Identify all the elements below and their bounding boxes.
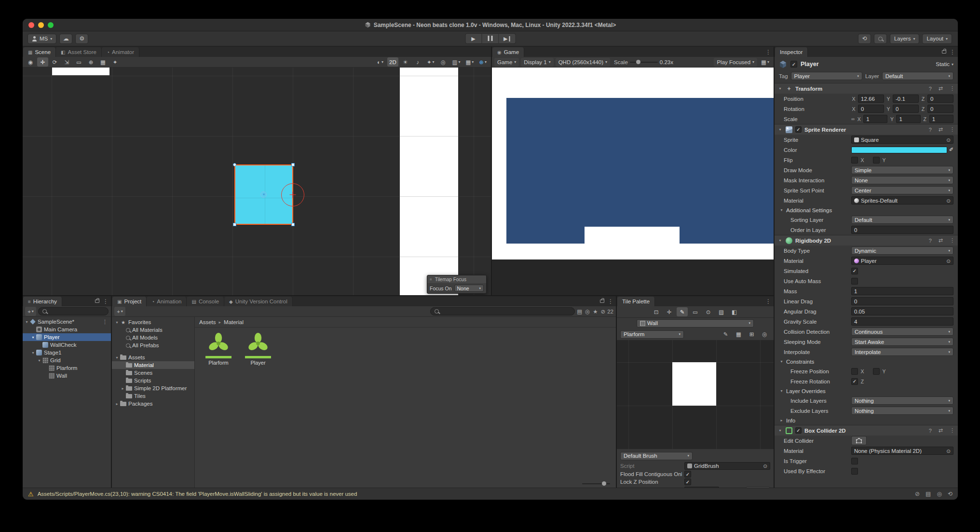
more-menu-icon[interactable]: ⋮ <box>950 237 955 244</box>
hierarchy-item-stage1[interactable]: ▾Stage1 <box>23 349 111 356</box>
project-folder-scripts[interactable]: Scripts <box>112 377 194 384</box>
expand-arrow-icon[interactable]: ▾ <box>114 320 120 325</box>
expand-arrow-icon[interactable]: ▾ <box>30 351 36 355</box>
project-folder-favorites[interactable]: ▾★Favorites <box>112 318 194 326</box>
dropdown-collision-detection[interactable]: Continuous▾ <box>851 327 953 336</box>
foldout-constraints[interactable]: ▾Constraints <box>775 357 958 366</box>
help-icon[interactable]: ? <box>929 428 932 434</box>
object-picker-icon[interactable]: ⊙ <box>946 198 951 204</box>
gameobject-name[interactable]: Player <box>801 61 819 68</box>
gameobject-active-checkbox[interactable]: ✓ <box>790 61 797 68</box>
panel-menu-icon[interactable]: ⋮ <box>608 298 613 305</box>
foldout-arrow-icon[interactable]: ▾ <box>777 428 783 433</box>
project-folder-all-prefabs[interactable]: All Prefabs <box>112 341 194 349</box>
game-view-dropdown[interactable]: Game▾ <box>494 58 519 67</box>
gizmos-toggle-icon[interactable]: ⊞ <box>746 330 757 339</box>
select-tool[interactable]: ⊡ <box>651 307 662 316</box>
lighting-toggle[interactable]: ☀ <box>400 57 411 67</box>
project-folder-material[interactable]: Material <box>112 361 194 369</box>
eyedropper-icon[interactable]: ✐ <box>949 147 953 153</box>
paint-brush-tool[interactable]: ✎ <box>677 307 688 316</box>
project-search-input[interactable] <box>430 307 575 315</box>
minimize-window-button[interactable] <box>38 22 44 28</box>
lock-icon[interactable] <box>600 300 604 303</box>
item-menu-icon[interactable]: ⋮ <box>101 319 109 325</box>
visibility-toggle[interactable]: ◎ <box>438 57 449 67</box>
tab-console[interactable]: ▤Console <box>187 297 224 306</box>
flood-fill-tool[interactable]: ◧ <box>729 307 740 316</box>
checkbox-used-by-effector[interactable] <box>851 468 858 475</box>
hierarchy-item-wallcheck[interactable]: WallCheck <box>23 341 111 349</box>
foldout-info[interactable]: ▸Info <box>775 416 958 425</box>
checkbox-use-auto-mass[interactable] <box>851 278 858 285</box>
add-asset-button[interactable]: +▾ <box>114 307 125 316</box>
expand-arrow-icon[interactable]: ▾ <box>24 320 30 324</box>
tab-scene[interactable]: ▦Scene <box>23 47 56 57</box>
foldout-additional-settings[interactable]: ▾Additional Settings <box>775 205 958 215</box>
panel-menu-icon[interactable]: ⋮ <box>765 49 771 55</box>
field-gravity-scale[interactable]: 4 <box>851 317 953 326</box>
erase-tool[interactable]: ▨ <box>716 307 727 316</box>
cloud-services-button[interactable]: ☁ <box>59 34 72 44</box>
component-enabled-checkbox[interactable]: ✓ <box>795 427 802 434</box>
checkbox-freeze-position-y[interactable] <box>873 368 880 375</box>
more-menu-icon[interactable]: ⋮ <box>950 126 955 133</box>
saved-searches-icon[interactable]: ★ <box>593 308 598 315</box>
tab-inspector[interactable]: Inspector <box>775 47 808 57</box>
layer-dropdown[interactable]: Default▾ <box>882 72 953 80</box>
tag-dropdown[interactable]: Player▾ <box>791 72 862 80</box>
game-canvas[interactable] <box>492 68 774 295</box>
checkbox-is-trigger[interactable] <box>851 458 858 464</box>
audio-toggle[interactable]: ♪ <box>412 57 423 67</box>
object-picker-icon[interactable]: ⊙ <box>946 258 951 264</box>
object-field-material[interactable]: Sprites-Default⊙ <box>851 196 953 205</box>
transform-tool[interactable]: ⊕ <box>85 57 96 67</box>
undo-history-button[interactable]: ⟲ <box>858 34 871 44</box>
project-folder-all-models[interactable]: All Models <box>112 334 194 341</box>
hidden-packages-icon[interactable]: ⊘ <box>601 308 606 315</box>
edit-palette-icon[interactable]: ✎ <box>720 330 731 339</box>
code-coverage-icon[interactable]: ◎ <box>937 491 941 497</box>
focus-on-dropdown[interactable]: None ▾ <box>454 285 484 292</box>
object-field-sprite[interactable]: Square⊙ <box>851 136 953 144</box>
dropdown-draw-mode[interactable]: Simple▾ <box>851 166 953 174</box>
view-tool[interactable]: ◉ <box>25 57 36 67</box>
object-field-material[interactable]: Player⊙ <box>851 257 953 265</box>
dropdown-body-type[interactable]: Dynamic▾ <box>851 246 953 255</box>
wall-tile-cell[interactable] <box>672 362 716 406</box>
move-tool[interactable]: ✛ <box>37 57 48 67</box>
component-header-transform[interactable]: ▾+Transform?⇄⋮ <box>775 83 958 94</box>
more-menu-icon[interactable]: ⋮ <box>950 427 955 434</box>
search-by-label-icon[interactable]: ◎ <box>585 308 590 315</box>
presets-icon[interactable]: ⇄ <box>939 237 943 244</box>
box-fill-tool[interactable]: ▭ <box>690 307 701 316</box>
object-picker-icon[interactable]: ⊙ <box>946 137 951 143</box>
dropdown-sleeping-mode[interactable]: Start Awake▾ <box>851 338 953 346</box>
notifications-muted-icon[interactable]: ⊘ <box>915 491 920 497</box>
tab-tile-palette[interactable]: Tile Palette <box>617 297 655 306</box>
color-field[interactable] <box>851 147 947 153</box>
resize-handle[interactable] <box>291 223 295 226</box>
checkbox-simulated[interactable]: ✓ <box>851 268 858 274</box>
camera-dropdown[interactable]: ▥▾ <box>450 57 463 67</box>
custom-tools[interactable]: ✦ <box>109 57 121 67</box>
lock-icon[interactable] <box>942 50 946 54</box>
field-order-in-layer[interactable]: 0 <box>851 226 953 234</box>
hierarchy-item-main-camera[interactable]: Main Camera <box>23 326 111 333</box>
brush-dropdown[interactable]: Default Brush ▾ <box>620 452 693 460</box>
object-picker-icon[interactable]: ⊙ <box>763 463 767 469</box>
foldout-arrow-icon[interactable]: ▾ <box>777 127 783 132</box>
object-picker-icon[interactable]: ⊙ <box>946 448 951 454</box>
thumbnail-zoom-slider[interactable] <box>582 483 610 484</box>
panel-menu-icon[interactable]: ⋮ <box>950 49 955 55</box>
foldout-arrow-icon[interactable]: ▾ <box>777 238 783 243</box>
position-y-field[interactable]: -0.1 <box>893 95 919 103</box>
account-dropdown[interactable]: MS ▾ <box>27 34 56 44</box>
dropdown-sprite-sort-point[interactable]: Center▾ <box>851 186 953 194</box>
tab-project[interactable]: ▣Project <box>112 297 147 306</box>
checkbox-flip-y[interactable] <box>873 157 880 164</box>
layout-dropdown[interactable]: Layout ▾ <box>922 34 952 44</box>
resize-handle[interactable] <box>291 163 295 166</box>
gizmos-globe-dropdown[interactable]: ⊕▾ <box>477 57 489 67</box>
hierarchy-search-input[interactable] <box>38 307 109 315</box>
